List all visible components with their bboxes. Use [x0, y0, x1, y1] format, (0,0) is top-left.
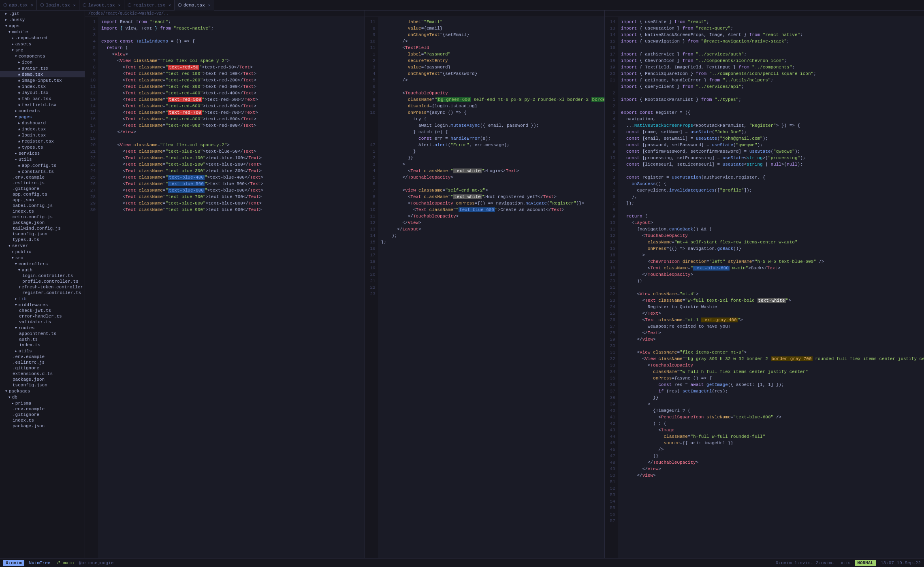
file-icon: ★ [18, 84, 21, 89]
right-editor-content[interactable]: 1413141516 1718192021 2 123 45678 910 12… [605, 17, 924, 558]
sidebar-item-textfield[interactable]: ★ textfield.tsx [0, 102, 85, 108]
status-left: 0:nvim NvimTree ⎇ main @princejoogie [3, 560, 113, 566]
tab-app-tsx[interactable]: ⬡ app.tsx ✕ [0, 0, 37, 11]
sidebar-item-icon[interactable]: ▸ icon [0, 59, 85, 65]
sidebar-item-expo-shared[interactable]: ▸ .expo-shared [0, 35, 85, 41]
sidebar-item-index[interactable]: ★ index.tsx [0, 83, 85, 90]
folder-open-icon: ▾ [8, 243, 11, 248]
sidebar-item-apps[interactable]: ▾ apps [0, 23, 85, 29]
middle-editor-content[interactable]: 11891011 12345 678910 47123 4567 891011 … [365, 17, 604, 558]
tab-file-icon: ⬡ [3, 2, 7, 8]
left-code-area[interactable]: import React from "react"; import { View… [98, 17, 365, 558]
sidebar-item-pages[interactable]: ▾ pages [0, 114, 85, 120]
sidebar-item-db-pkg[interactable]: package.json [0, 423, 85, 429]
tab-close-icon[interactable]: ✕ [169, 3, 171, 8]
sidebar-item-src[interactable]: ▾ src [0, 47, 85, 53]
sidebar-item-db-gitignore[interactable]: .gitignore [0, 412, 85, 418]
sidebar-item-server-env[interactable]: .env.example [0, 354, 85, 360]
tab-close-icon[interactable]: ✕ [118, 3, 121, 8]
sidebar-item-prisma[interactable]: ▸ prisma [0, 400, 85, 406]
sidebar-item-eslint[interactable]: .eslintrc.js [0, 180, 85, 186]
sidebar-item-auth[interactable]: ▾ auth [0, 267, 85, 273]
sidebar-item-public[interactable]: ▸ public [0, 249, 85, 255]
file-breadcrumb-middle [365, 11, 604, 17]
sidebar-item-label: controllers [19, 262, 48, 266]
tab-file-icon: ⬡ [83, 2, 87, 8]
sidebar-item-babel[interactable]: babel.config.js [0, 203, 85, 209]
sidebar-item-extensions[interactable]: extensions.d.ts [0, 371, 85, 377]
sidebar-item-server-eslint[interactable]: .eslintrc.js [0, 360, 85, 365]
sidebar-item-db-index[interactable]: index.ts [0, 418, 85, 423]
sidebar-item-routes[interactable]: ▾ routes [0, 325, 85, 331]
sidebar-item-profile-ctrl[interactable]: profile.controller.ts [0, 279, 85, 284]
sidebar-item-gitignore[interactable]: .gitignore [0, 186, 85, 192]
sidebar-item-husky[interactable]: ▸ .husky [0, 17, 85, 23]
sidebar-item-login-ctrl[interactable]: login.controller.ts [0, 273, 85, 279]
sidebar-item-label: demo.tsx [22, 72, 43, 77]
tab-login-tsx[interactable]: ⬡ login.tsx ✕ [37, 0, 79, 11]
left-editor-content[interactable]: 12345 678910 1112131415 1617181920 21222… [85, 17, 365, 558]
sidebar-item-appointment[interactable]: appointment.ts [0, 331, 85, 337]
sidebar-item-server[interactable]: ▾ server [0, 243, 85, 249]
file-icon: ★ [18, 163, 21, 168]
sidebar-item-lib[interactable]: ▸ lib [0, 296, 85, 302]
sidebar-item-routes-index[interactable]: index.ts [0, 342, 85, 348]
sidebar-item-register-ctrl[interactable]: register.controller.ts [0, 290, 85, 296]
sidebar-item-check-jwt[interactable]: check-jwt.ts [0, 308, 85, 313]
tab-register-tsx[interactable]: ⬡ register.tsx ✕ [124, 0, 175, 11]
tab-layout-tsx[interactable]: ⬡ layout.tsx ✕ [79, 0, 124, 11]
sidebar-item-layout[interactable]: ★ layout.tsx [0, 90, 85, 96]
sidebar-item-server-pkg[interactable]: package.json [0, 377, 85, 382]
sidebar-item-error-handler[interactable]: error-handler.ts [0, 313, 85, 319]
tab-demo-tsx[interactable]: ⬡ demo.tsx ✕ [175, 0, 214, 11]
sidebar-item-package-json[interactable]: package.json [0, 220, 85, 226]
sidebar-item-types-d[interactable]: types.d.ts [0, 237, 85, 243]
sidebar-item-assets[interactable]: ▸ assets [0, 41, 85, 47]
sidebar-item-avatar[interactable]: ★ avatar.tsx [0, 65, 85, 71]
sidebar-item-server-tsconfig[interactable]: tsconfig.json [0, 382, 85, 388]
sidebar-item-dashboard[interactable]: ▸ dashboard [0, 120, 85, 126]
sidebar-item-db-env[interactable]: .env.example [0, 406, 85, 412]
editor-area: /codes/react/quickie-washie-v2/.. 12345 … [85, 11, 924, 558]
sidebar-item-controllers[interactable]: ▾ controllers [0, 261, 85, 267]
sidebar-item-services[interactable]: ▸ services [0, 150, 85, 156]
sidebar-item-components[interactable]: ▾ components [0, 53, 85, 59]
sidebar-item-auth-route[interactable]: auth.ts [0, 337, 85, 342]
sidebar-item-server-utils[interactable]: ▸ utils [0, 348, 85, 354]
sidebar-item-mobile[interactable]: ▾ mobile [0, 29, 85, 35]
sidebar-item-constants[interactable]: ★ constants.ts [0, 168, 85, 175]
sidebar-item-types[interactable]: ★ types.ts [0, 144, 85, 150]
sidebar-item-register[interactable]: ★ register.tsx [0, 138, 85, 144]
tab-close-icon[interactable]: ✕ [31, 3, 33, 8]
sidebar-item-git[interactable]: ▸ .git [0, 11, 85, 17]
sidebar-item-login[interactable]: ★ login.tsx [0, 132, 85, 138]
sidebar-item-utils[interactable]: ▾ utils [0, 156, 85, 162]
sidebar-item-contexts[interactable]: ▸ contexts [0, 108, 85, 114]
sidebar-item-app-config[interactable]: ★ app.config.ts [0, 162, 85, 168]
file-icon: ★ [18, 78, 21, 83]
tab-close-icon[interactable]: ✕ [73, 3, 76, 8]
sidebar-item-tsconfig[interactable]: tsconfig.json [0, 231, 85, 237]
sidebar-item-demo[interactable]: ★ demo.tsx [0, 71, 85, 77]
sidebar-item-metro[interactable]: metro.config.js [0, 214, 85, 220]
sidebar-item-packages[interactable]: ▾ packages [0, 388, 85, 394]
sidebar-item-env[interactable]: .env.example [0, 175, 85, 180]
right-code-area[interactable]: import { useState } from "react"; import… [618, 17, 924, 558]
sidebar-item-pages-index[interactable]: ★ index.tsx [0, 126, 85, 132]
sidebar-item-db[interactable]: ▾ db [0, 394, 85, 400]
sidebar-item-refresh-ctrl[interactable]: refresh-token.controller [0, 284, 85, 290]
sidebar-item-app-json[interactable]: app.json [0, 197, 85, 203]
middle-code-area[interactable]: label="Email" value={email} onChangeText… [378, 17, 604, 558]
file-tree-sidebar[interactable]: ▸ .git ▸ .husky ▾ apps ▾ mobile ▸ .expo-… [0, 11, 85, 558]
sidebar-item-label: db [12, 395, 17, 400]
sidebar-item-tailwind[interactable]: tailwind.config.js [0, 226, 85, 231]
sidebar-item-tab-bar[interactable]: ★ tab-bar.tsx [0, 96, 85, 102]
sidebar-item-image-input[interactable]: ★ image-input.tsx [0, 77, 85, 83]
sidebar-item-server-gitignore[interactable]: .gitignore [0, 365, 85, 371]
sidebar-item-validator[interactable]: validator.ts [0, 319, 85, 325]
sidebar-item-app-config2[interactable]: app.config.ts [0, 192, 85, 197]
tab-close-icon[interactable]: ✕ [208, 3, 211, 8]
sidebar-item-middlewares[interactable]: ▾ middlewares [0, 302, 85, 308]
sidebar-item-server-src[interactable]: ▾ src [0, 255, 85, 261]
sidebar-item-index-ts[interactable]: index.ts [0, 209, 85, 214]
